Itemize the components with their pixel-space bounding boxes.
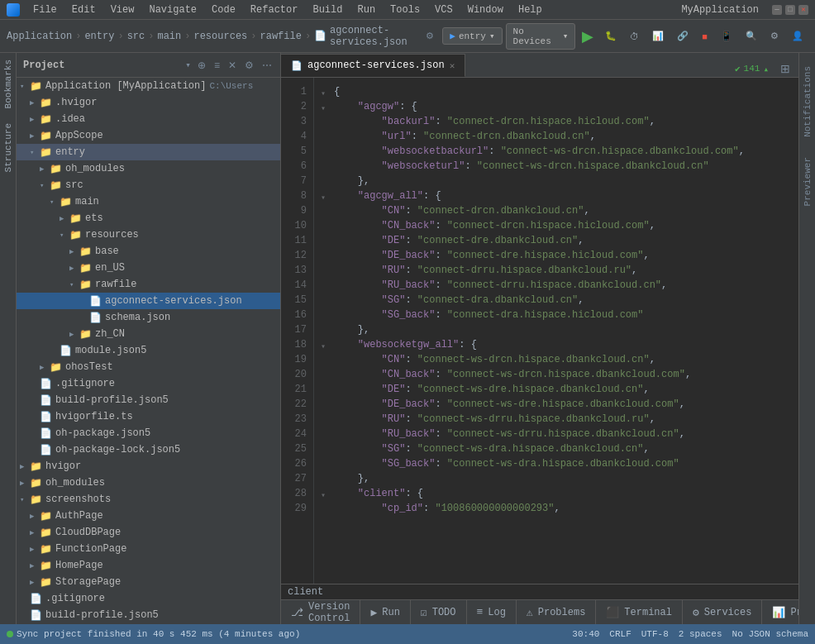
tree-item-module-json5[interactable]: ▶ 📄 module.json5 <box>17 342 280 359</box>
settings-button[interactable]: ⚙ <box>765 27 784 45</box>
tree-item-hvigor[interactable]: ▶ 📁 .hvigor <box>17 94 280 111</box>
tree-item-idea[interactable]: ▶ 📁 .idea <box>17 111 280 127</box>
tree-item-zh-cn[interactable]: ▶ 📁 zh_CN <box>17 326 280 342</box>
entry-selector[interactable]: ▶ entry ▾ <box>442 27 502 45</box>
maximize-button[interactable]: □ <box>785 5 795 15</box>
line-ending[interactable]: CRLF <box>609 629 631 639</box>
breadcrumb-entry[interactable]: entry <box>84 31 114 42</box>
tree-item-gitignore-root[interactable]: ▶ 📄 .gitignore <box>17 590 280 607</box>
fold-button-28[interactable]: ▾ <box>321 489 331 499</box>
tree-item-schema-json[interactable]: ▶ 📄 schema.json <box>17 309 280 326</box>
coverage-button[interactable]: 📊 <box>647 27 669 45</box>
breadcrumb-rawfile[interactable]: rawfile <box>260 31 301 42</box>
fold-button-2[interactable]: ▾ <box>321 102 331 112</box>
breadcrumb-file[interactable]: agconnect-services.json <box>330 25 408 48</box>
debug-button[interactable]: 🐛 <box>600 27 622 45</box>
bottom-tab-terminal[interactable]: ⬛ Terminal <box>596 600 683 624</box>
attach-button[interactable]: 🔗 <box>672 27 693 45</box>
tree-item-build-profile-root[interactable]: ▶ 📄 build-profile.json5 <box>17 607 280 623</box>
panel-dropdown-icon[interactable]: ▾ <box>185 60 191 70</box>
tree-item-rawfile[interactable]: ▾ 📁 rawfile <box>17 276 280 293</box>
menu-tools[interactable]: Tools <box>384 2 427 17</box>
tree-item-screenshots[interactable]: ▾ 📁 screenshots <box>17 491 280 508</box>
tree-item-gitignore-entry[interactable]: ▶ 📄 .gitignore <box>17 375 280 392</box>
tree-item-agconnect-json[interactable]: ▶ 📄 agconnect-services.json <box>17 293 280 309</box>
fold-button-8[interactable]: ▾ <box>321 191 331 201</box>
bottom-tab-run[interactable]: ▶ Run <box>360 600 410 624</box>
bottom-tab-todo[interactable]: ☑ TODO <box>411 600 467 624</box>
breadcrumb-src[interactable]: src <box>127 31 145 42</box>
panel-close-button[interactable]: ✕ <box>226 58 238 73</box>
editor-tab-agconnect[interactable]: 📄 agconnect-services.json ✕ <box>281 54 465 77</box>
breadcrumb-main[interactable]: main <box>157 31 181 42</box>
tree-item-auth-page[interactable]: ▶ 📁 AuthPage <box>17 508 280 524</box>
stop-button[interactable]: ■ <box>697 28 713 45</box>
tree-item-oh-modules-root[interactable]: ▶ 📁 oh_modules <box>17 475 280 491</box>
tree-item-resources[interactable]: ▾ 📁 resources <box>17 227 280 243</box>
tree-item-base[interactable]: ▶ 📁 base <box>17 243 280 260</box>
fold-button-1[interactable]: ▾ <box>321 87 331 97</box>
menu-vcs[interactable]: VCS <box>428 2 460 17</box>
tree-item-storage-page[interactable]: ▶ 📁 StoragePage <box>17 574 280 590</box>
tree-item-oh-package-lock[interactable]: ▶ 📄 oh-package-lock.json5 <box>17 441 280 458</box>
bookmarks-tab[interactable]: Bookmarks <box>2 53 15 115</box>
bottom-tab-log[interactable]: ≡ Log <box>467 600 517 624</box>
close-button[interactable]: ✕ <box>798 5 808 15</box>
search-everywhere-button[interactable]: 🔍 <box>741 27 762 45</box>
tree-item-hvigorfile-ts[interactable]: ▶ 📄 hvigorfile.ts <box>17 408 280 425</box>
panel-more-button[interactable]: ⋯ <box>260 58 274 73</box>
config-button[interactable]: ⚙ <box>421 27 439 45</box>
tree-item-oh-modules-entry[interactable]: ▶ 📁 oh_modules <box>17 160 280 177</box>
previewer-tab[interactable]: Previewer <box>801 150 814 212</box>
menu-help[interactable]: Help <box>512 2 549 17</box>
menu-window[interactable]: Window <box>461 2 510 17</box>
panel-collapse-button[interactable]: ≡ <box>212 58 222 73</box>
notifications-tab[interactable]: Notifications <box>801 60 814 144</box>
menu-build[interactable]: Build <box>306 2 349 17</box>
cursor-position[interactable]: 30:40 <box>572 629 599 639</box>
tree-item-application[interactable]: ▾ 📁 Application [MyApplication] C:\Users <box>17 78 280 94</box>
tree-item-src[interactable]: ▾ 📁 src <box>17 177 280 193</box>
tree-item-entry[interactable]: ▾ 📁 entry <box>17 144 280 160</box>
menu-edit[interactable]: Edit <box>65 2 102 17</box>
panel-add-button[interactable]: ⊕ <box>196 58 207 73</box>
menu-file[interactable]: File <box>26 2 64 17</box>
minimize-button[interactable]: ─ <box>772 5 782 15</box>
tree-item-oh-package[interactable]: ▶ 📄 oh-package.json5 <box>17 425 280 441</box>
tree-item-build-profile-entry[interactable]: ▶ 📄 build-profile.json5 <box>17 392 280 408</box>
tree-item-home-page[interactable]: ▶ 📁 HomePage <box>17 557 280 574</box>
tree-item-appscope[interactable]: ▶ 📁 AppScope <box>17 127 280 144</box>
recent-files-button[interactable]: ⊞ <box>779 60 792 77</box>
menu-refactor[interactable]: Refactor <box>244 2 305 17</box>
fold-button-18[interactable]: ▾ <box>321 340 331 350</box>
device-manager-button[interactable]: 📱 <box>716 27 737 45</box>
panel-settings-button[interactable]: ⚙ <box>243 58 255 73</box>
breadcrumb-application[interactable]: Application <box>7 31 72 42</box>
code-content[interactable]: ▾ { ▾ "agcgw": { ▶ "backurl": "connect-d… <box>314 78 798 584</box>
tree-item-ohos-test[interactable]: ▶ 📁 ohosTest <box>17 359 280 375</box>
bottom-tab-problems[interactable]: ⚠ Problems <box>517 600 596 624</box>
bottom-tab-profiler[interactable]: 📊 Profiler <box>762 600 798 624</box>
menu-code[interactable]: Code <box>205 2 242 17</box>
tree-item-hvigor-root[interactable]: ▶ 📁 hvigor <box>17 458 280 475</box>
menu-navigate[interactable]: Navigate <box>142 2 203 17</box>
tree-item-main[interactable]: ▾ 📁 main <box>17 193 280 210</box>
tree-item-function-page[interactable]: ▶ 📁 FunctionPage <box>17 541 280 557</box>
breadcrumb-resources[interactable]: resources <box>193 31 247 42</box>
user-button[interactable]: 👤 <box>787 27 808 45</box>
menu-view[interactable]: View <box>104 2 141 17</box>
tab-close-button[interactable]: ✕ <box>450 60 455 71</box>
indent[interactable]: 2 spaces <box>679 629 722 639</box>
run-button[interactable]: ▶ <box>579 26 597 47</box>
encoding[interactable]: UTF-8 <box>641 629 669 639</box>
tree-item-ets[interactable]: ▶ 📁 ets <box>17 210 280 227</box>
bottom-tab-version-control[interactable]: ⎇ Version Control <box>281 600 360 624</box>
tree-item-clouddb-page[interactable]: ▶ 📁 CloudDBPage <box>17 524 280 541</box>
json-schema[interactable]: No JSON schema <box>732 629 808 639</box>
tree-item-en-us[interactable]: ▶ 📁 en_US <box>17 260 280 276</box>
profile-button[interactable]: ⏱ <box>625 28 644 45</box>
structure-tab[interactable]: Structure <box>2 117 15 179</box>
device-selector[interactable]: No Devices ▾ <box>506 23 576 50</box>
bottom-tab-services[interactable]: ⚙ Services <box>683 600 762 624</box>
sync-message[interactable]: Sync project finished in 40 s 452 ms (4 … <box>17 629 300 639</box>
